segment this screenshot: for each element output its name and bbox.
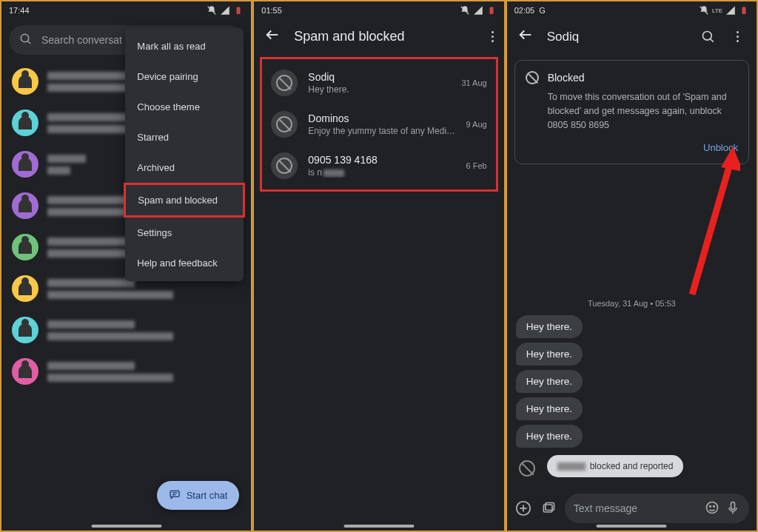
message-preview: is n <box>308 167 455 178</box>
menu-settings[interactable]: Settings <box>125 218 244 248</box>
conversation-item[interactable] <box>1 309 251 351</box>
block-icon <box>271 70 298 96</box>
menu-mark-all-read[interactable]: Mark all as read <box>125 31 244 61</box>
blocked-toast: blocked and reported <box>547 455 684 477</box>
svg-line-4 <box>27 41 30 44</box>
fab-label: Start chat <box>187 490 228 501</box>
blocked-item-number[interactable]: 0905 139 4168 is n 6 Feb <box>262 145 495 186</box>
status-time: 02:05 G <box>514 6 546 15</box>
dnd-icon <box>460 5 470 16</box>
svg-point-16 <box>702 31 711 40</box>
menu-device-pairing[interactable]: Device pairing <box>125 61 244 92</box>
menu-spam-blocked[interactable]: Spam and blocked <box>124 183 245 218</box>
status-time: 01:55 <box>261 6 282 15</box>
overflow-menu: Mark all as read Device pairing Choose t… <box>125 28 244 281</box>
message-input[interactable]: Text message <box>565 494 749 523</box>
back-icon[interactable] <box>517 27 534 47</box>
message-area[interactable]: Tuesday, 31 Aug • 05:53 Hey there. Hey t… <box>507 170 757 488</box>
incoming-message[interactable]: Hey there. <box>516 315 583 338</box>
avatar <box>12 151 38 178</box>
svg-rect-14 <box>743 7 745 8</box>
battery-icon <box>486 5 497 16</box>
svg-line-17 <box>710 38 713 41</box>
unblock-button[interactable]: Unblock <box>526 142 738 153</box>
status-icons <box>207 5 244 16</box>
dnd-icon <box>207 5 217 16</box>
menu-starred[interactable]: Starred <box>125 122 244 152</box>
contact-name: 0905 139 4168 <box>308 154 455 166</box>
add-icon[interactable] <box>514 499 532 517</box>
dnd-icon <box>699 5 709 16</box>
block-icon <box>271 111 298 138</box>
spam-blocked-header: Spam and blocked <box>254 19 503 54</box>
message-preview: Enjoy the yummy taste of any Medium … <box>308 126 455 136</box>
incoming-message[interactable]: Hey there. <box>516 343 583 366</box>
contact-name: Dominos <box>308 112 455 124</box>
emoji-icon[interactable] <box>705 500 720 517</box>
search-icon[interactable] <box>700 29 717 45</box>
avatar <box>12 317 38 343</box>
more-icon[interactable] <box>492 31 494 42</box>
svg-rect-5 <box>170 491 179 496</box>
gallery-icon[interactable] <box>540 499 557 517</box>
incoming-message[interactable]: Hey there. <box>516 425 583 448</box>
status-icons <box>460 5 497 16</box>
svg-rect-13 <box>742 7 745 14</box>
gesture-bar <box>343 525 414 528</box>
blocked-item-sodiq[interactable]: Sodiq Hey there. 31 Aug <box>262 62 495 104</box>
svg-rect-28 <box>731 502 734 509</box>
avatar <box>12 358 38 385</box>
svg-point-26 <box>710 505 711 507</box>
signal-icon <box>725 5 736 16</box>
back-icon[interactable] <box>264 27 281 47</box>
conversation-header: Sodiq <box>507 19 757 54</box>
message-date: 9 Aug <box>466 120 487 129</box>
incoming-message[interactable]: Hey there. <box>516 370 583 393</box>
start-chat-fab[interactable]: Start chat <box>157 481 240 510</box>
avatar <box>12 68 38 95</box>
blocked-description: To move this conversation out of 'Spam a… <box>548 90 738 132</box>
compose-placeholder: Text message <box>574 502 637 514</box>
svg-rect-1 <box>237 7 241 14</box>
page-title: Spam and blocked <box>294 29 404 44</box>
chat-icon <box>169 488 181 502</box>
avatar <box>12 234 38 260</box>
status-bar: 01:55 <box>254 1 503 19</box>
status-icons: LTE <box>699 5 749 16</box>
phone-screen-blocked-conversation: 02:05 G LTE Sodiq Blocked To move this c… <box>506 0 758 532</box>
mic-icon[interactable] <box>725 500 740 517</box>
avatar <box>12 275 38 302</box>
menu-archived[interactable]: Archived <box>125 152 244 183</box>
conversation-item[interactable] <box>1 351 251 392</box>
block-icon <box>271 152 298 179</box>
search-placeholder: Search conversat <box>41 34 122 46</box>
avatar <box>12 110 38 136</box>
contact-name: Sodiq <box>308 71 451 83</box>
svg-rect-10 <box>491 7 492 8</box>
status-bar: 17:44 <box>1 1 251 19</box>
svg-point-25 <box>706 502 717 513</box>
blocked-banner: Blocked To move this conversation out of… <box>514 60 749 164</box>
phone-screen-spam-list: 01:55 Spam and blocked Sodiq Hey there. … <box>252 0 505 532</box>
block-icon <box>526 71 539 84</box>
block-icon <box>519 460 535 477</box>
incoming-message[interactable]: Hey there. <box>516 397 583 420</box>
conversation-title: Sodiq <box>547 30 579 44</box>
svg-point-3 <box>21 34 29 42</box>
svg-rect-9 <box>489 7 493 14</box>
phone-screen-messages-menu: 17:44 Search conversat Mark all as rea <box>0 0 252 532</box>
signal-icon <box>220 5 230 16</box>
search-icon <box>19 33 33 48</box>
avatar <box>12 192 38 219</box>
signal-icon <box>473 5 483 16</box>
menu-choose-theme[interactable]: Choose theme <box>125 92 244 122</box>
battery-icon <box>739 5 749 16</box>
more-icon[interactable] <box>730 29 746 45</box>
gesture-bar <box>597 525 667 528</box>
message-date: 6 Feb <box>466 161 487 170</box>
message-preview: Hey there. <box>308 84 451 95</box>
gesture-bar <box>91 525 161 528</box>
blocked-item-dominos[interactable]: Dominos Enjoy the yummy taste of any Med… <box>262 104 495 145</box>
blocked-conversations-list: Sodiq Hey there. 31 Aug Dominos Enjoy th… <box>260 57 497 192</box>
menu-help-feedback[interactable]: Help and feedback <box>125 248 244 278</box>
